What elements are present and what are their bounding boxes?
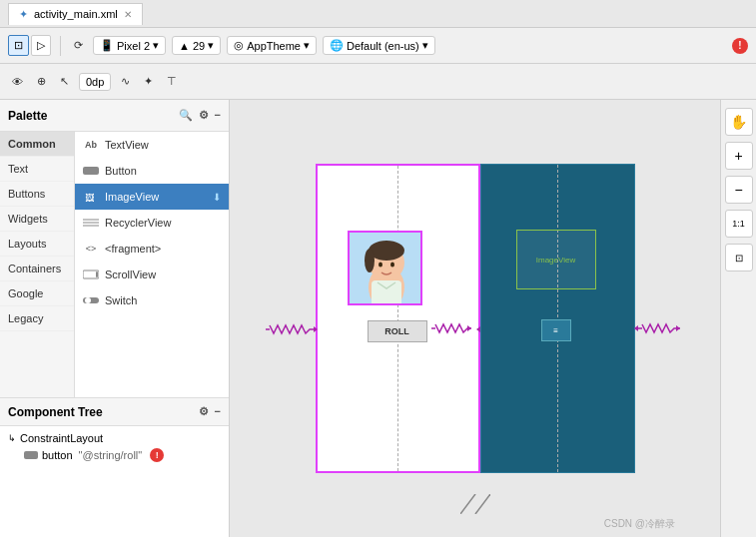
- palette-item-recyclerview[interactable]: RecyclerView: [75, 210, 229, 236]
- svg-rect-18: [372, 280, 401, 305]
- magnet-button[interactable]: ⊕: [33, 73, 50, 90]
- fit-icon: ⊡: [735, 253, 743, 264]
- recyclerview-label: RecyclerView: [105, 217, 171, 229]
- spring-left-right: [431, 322, 481, 334]
- palette-item-imageview[interactable]: 🖼 ImageView ⬇: [75, 184, 229, 210]
- palette-item-switch[interactable]: Switch: [75, 287, 229, 313]
- button-icon: [83, 163, 99, 179]
- category-widgets[interactable]: Widgets: [0, 207, 74, 232]
- tree-button-attr: "@string/roll": [79, 449, 143, 461]
- tree-button-item[interactable]: button "@string/roll" !: [24, 446, 221, 464]
- margin-value: 0dp: [86, 76, 104, 88]
- blueprint-view-button[interactable]: ▷: [31, 35, 51, 56]
- button-label: Button: [105, 165, 137, 177]
- zoom-in-button[interactable]: +: [725, 142, 753, 170]
- watermark-text: CSDN @冷醉录: [604, 518, 675, 529]
- plus-icon: +: [734, 148, 742, 164]
- view-toggle: ⊡ ▷: [8, 35, 51, 56]
- download-icon: ⬇: [213, 192, 221, 203]
- magnet-icon: ⊕: [37, 75, 46, 88]
- align-icon: ⊤: [167, 75, 177, 88]
- second-toolbar: 👁 ⊕ ↖ 0dp ∿ ✦ ⊤: [0, 64, 756, 100]
- api-level-label: 29: [193, 40, 205, 52]
- svg-line-26: [460, 494, 475, 514]
- search-icon[interactable]: 🔍: [179, 109, 193, 122]
- tree-constraint-layout[interactable]: ↳ ConstraintLayout: [8, 430, 221, 446]
- palette-body: Common Text Buttons Widgets Layouts Cont…: [0, 132, 229, 397]
- tree-expand-icon: ↳: [8, 433, 16, 443]
- actual-size-button[interactable]: 1:1: [725, 210, 753, 238]
- design-view-button[interactable]: ⊡: [8, 35, 29, 56]
- error-badge-area: !: [732, 38, 748, 54]
- align-button[interactable]: ⊤: [163, 73, 181, 90]
- category-common[interactable]: Common: [0, 132, 74, 157]
- minimize-icon[interactable]: −: [215, 109, 221, 122]
- small-btn-label: ≡: [553, 326, 558, 335]
- title-bar: ✦ activity_main.xml ✕: [0, 0, 756, 28]
- tree-title: Component Tree: [8, 405, 103, 419]
- canvas-area[interactable]: ROLL: [230, 100, 720, 537]
- palette-item-fragment[interactable]: <> <fragment>: [75, 236, 229, 262]
- fragment-label: <fragment>: [105, 243, 161, 255]
- roll-button[interactable]: ROLL: [368, 320, 427, 342]
- orientation-button[interactable]: ⟳: [70, 37, 87, 54]
- cursor-icon: ↖: [60, 75, 69, 88]
- close-tab-icon[interactable]: ✕: [124, 9, 132, 20]
- margin-input-area[interactable]: 0dp: [79, 73, 111, 91]
- cursor-button[interactable]: ↖: [56, 73, 73, 90]
- theme-icon: ◎: [234, 39, 244, 52]
- file-tab[interactable]: ✦ activity_main.xml ✕: [8, 3, 143, 25]
- wand-button[interactable]: ✦: [140, 73, 157, 90]
- fragment-icon: <>: [83, 241, 99, 257]
- wave-icon: ∿: [121, 75, 130, 88]
- svg-point-9: [85, 297, 91, 303]
- category-text[interactable]: Text: [0, 157, 74, 182]
- theme-dropdown[interactable]: ◎ AppTheme ▾: [227, 36, 317, 55]
- gear-icon[interactable]: ⚙: [199, 109, 209, 122]
- locale-dropdown[interactable]: 🌐 Default (en-us) ▾: [323, 36, 435, 55]
- locale-icon: 🌐: [330, 39, 344, 52]
- locale-label: Default (en-us): [347, 40, 419, 52]
- palette-categories: Common Text Buttons Widgets Layouts Cont…: [0, 132, 75, 397]
- tune-button[interactable]: ∿: [117, 73, 134, 90]
- image-view-left[interactable]: [348, 231, 422, 305]
- category-legacy[interactable]: Legacy: [0, 306, 74, 331]
- palette-title: Palette: [8, 109, 47, 123]
- chevron-down-icon: ▾: [153, 39, 159, 52]
- imageview-right-label: ImageView: [536, 256, 575, 265]
- svg-rect-0: [83, 167, 99, 175]
- palette-section: Palette 🔍 ⚙ − Common Text Buttons Widget…: [0, 100, 229, 397]
- constraint-layout-label: ConstraintLayout: [20, 432, 103, 444]
- textview-icon: Ab: [83, 137, 99, 153]
- svg-marker-25: [676, 325, 680, 331]
- spring-right-right: [634, 322, 684, 334]
- design-canvas: ROLL: [316, 164, 635, 473]
- pan-tool-button[interactable]: ✋: [725, 108, 753, 136]
- fit-button[interactable]: ⊡: [725, 244, 753, 271]
- palette-item-button[interactable]: Button: [75, 158, 229, 184]
- category-google[interactable]: Google: [0, 281, 74, 306]
- eye-button[interactable]: 👁: [8, 74, 27, 90]
- api-up-icon: ▲: [179, 40, 190, 52]
- tree-minimize-icon[interactable]: −: [215, 405, 221, 418]
- category-buttons[interactable]: Buttons: [0, 182, 74, 207]
- palette-items: Ab TextView Button 🖼 ImageView: [75, 132, 229, 397]
- character-illustration: [350, 233, 420, 303]
- image-view-right[interactable]: ImageView: [516, 230, 596, 289]
- device-dropdown[interactable]: 📱 Pixel 2 ▾: [93, 36, 166, 55]
- theme-label: AppTheme: [247, 40, 301, 52]
- svg-point-15: [365, 249, 375, 272]
- api-level-dropdown[interactable]: ▲ 29 ▾: [172, 36, 221, 55]
- error-icon[interactable]: !: [732, 38, 748, 54]
- category-layouts[interactable]: Layouts: [0, 232, 74, 257]
- palette-item-textview[interactable]: Ab TextView: [75, 132, 229, 158]
- dashed-center-line-right: [557, 165, 558, 472]
- chevron-down-icon3: ▾: [304, 39, 310, 52]
- small-btn-right[interactable]: ≡: [541, 319, 571, 341]
- tree-button-label: button: [42, 449, 73, 461]
- tree-gear-icon[interactable]: ⚙: [199, 405, 209, 418]
- svg-text:🖼: 🖼: [85, 193, 94, 203]
- zoom-out-button[interactable]: −: [725, 176, 753, 204]
- palette-item-scrollview[interactable]: ScrollView: [75, 262, 229, 287]
- category-containers[interactable]: Containers: [0, 257, 74, 281]
